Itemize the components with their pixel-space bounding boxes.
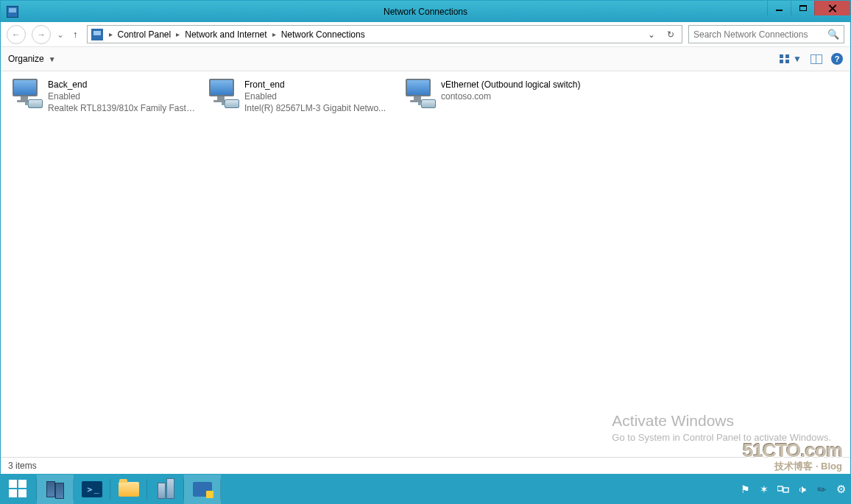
close-icon [828,4,837,13]
svg-rect-0 [777,486,783,491]
close-button[interactable] [814,1,850,15]
maximize-button[interactable] [791,1,814,15]
chevron-down-icon: ▼ [49,55,56,63]
connection-status: Enabled [48,90,196,102]
list-item[interactable]: vEthernet (Outbound logical switch) cont… [397,76,593,117]
taskbar: ＞_ ⚑ ✶ 🕩 ✎ ⚙ [0,475,851,504]
chevron-down-icon: ▼ [793,54,802,64]
content-area[interactable]: Back_end Enabled Realtek RTL8139/810x Fa… [1,71,850,457]
network-adapter-icon [8,79,43,108]
window-buttons [767,1,850,15]
explorer-window: Network Connections ← → ⌄ ↑ ▸ Control Pa… [0,0,851,475]
network-adapter-icon [205,79,240,108]
preview-pane-button[interactable] [811,54,822,64]
connection-name: Back_end [48,79,196,90]
item-count: 3 items [8,461,37,471]
list-item[interactable]: Back_end Enabled Realtek RTL8139/810x Fa… [4,76,200,117]
command-bar: Organize ▼ ▼ ? [1,47,850,71]
search-input[interactable]: Search Network Connections 🔍 [688,25,844,43]
search-icon: 🔍 [827,29,839,40]
back-icon: ← [12,29,21,40]
item-meta: vEthernet (Outbound logical switch) cont… [441,79,580,114]
back-button[interactable]: ← [7,25,26,44]
breadcrumb[interactable]: Network Connections [280,29,367,40]
chevron-right-icon[interactable]: ▸ [107,30,115,38]
location-icon [91,29,103,40]
windows-logo-icon [9,480,28,499]
action-center-icon[interactable]: ⚑ [739,483,751,495]
svg-rect-1 [783,488,788,492]
control-panel-icon [193,482,212,497]
powershell-icon: ＞_ [82,481,102,497]
organize-menu[interactable]: Organize ▼ [8,54,56,64]
view-options-button[interactable]: ▼ [780,54,802,64]
item-meta: Front_end Enabled Intel(R) 82567LM-3 Gig… [244,79,386,114]
chevron-right-icon[interactable]: ▸ [174,30,182,38]
pen-tray-icon[interactable]: ✎ [813,481,830,498]
minimize-button[interactable] [767,1,791,15]
refresh-button[interactable]: ↻ [661,29,680,40]
connection-list: Back_end Enabled Realtek RTL8139/810x Fa… [1,71,850,121]
history-dropdown[interactable]: ⌄ [57,29,64,40]
connection-driver: Realtek RTL8139/810x Family Fast ... [48,102,196,114]
address-dropdown[interactable]: ⌄ [643,29,660,40]
folder-icon [119,482,139,497]
network-tray-icon[interactable] [777,483,789,495]
server-manager-icon [46,481,64,497]
organize-label: Organize [8,54,44,64]
tray-icon[interactable]: ✶ [758,483,770,495]
address-bar[interactable]: ▸ Control Panel ▸ Network and Internet ▸… [87,25,683,43]
connection-status: contoso.com [441,90,580,102]
connection-name: vEthernet (Outbound logical switch) [441,79,580,90]
taskbar-control-panel[interactable] [184,475,221,504]
address-row: ← → ⌄ ↑ ▸ Control Panel ▸ Network and In… [1,22,850,47]
list-item[interactable]: Front_end Enabled Intel(R) 82567LM-3 Gig… [200,76,397,117]
taskbar-explorer[interactable] [110,475,147,504]
maximize-icon [799,5,807,11]
view-controls: ▼ ? [780,53,843,65]
window-title: Network Connections [384,7,467,17]
breadcrumb[interactable]: Network and Internet [183,29,268,40]
app-icon [7,6,18,18]
titlebar[interactable]: Network Connections [1,1,850,22]
up-button[interactable]: ↑ [70,29,81,40]
taskbar-server-manager[interactable] [37,475,74,504]
minimize-icon [776,10,783,11]
activation-heading: Activate Windows [612,412,831,430]
chevron-right-icon[interactable]: ▸ [270,30,278,38]
system-tray: ⚑ ✶ 🕩 ✎ ⚙ [739,475,847,504]
activation-sub: Go to System in Control Panel to activat… [612,431,831,444]
help-button[interactable]: ? [831,53,843,65]
taskbar-hyperv[interactable] [147,475,184,504]
view-icon [780,54,790,63]
item-meta: Back_end Enabled Realtek RTL8139/810x Fa… [48,79,196,114]
start-button[interactable] [0,475,37,504]
breadcrumb[interactable]: Control Panel [116,29,173,40]
taskbar-powershell[interactable]: ＞_ [74,475,110,504]
forward-button[interactable]: → [32,25,51,44]
forward-icon: → [37,29,46,40]
volume-tray-icon[interactable]: 🕩 [797,483,808,495]
status-bar: 3 items [1,457,850,474]
search-placeholder: Search Network Connections [693,29,808,40]
connection-name: Front_end [244,79,386,90]
connection-driver: Intel(R) 82567LM-3 Gigabit Netwo... [244,102,386,114]
connection-status: Enabled [244,90,386,102]
activation-watermark: Activate Windows Go to System in Control… [612,412,831,444]
settings-tray-icon[interactable]: ⚙ [835,483,847,495]
network-adapter-icon [401,79,437,108]
hyperv-icon [156,480,175,499]
